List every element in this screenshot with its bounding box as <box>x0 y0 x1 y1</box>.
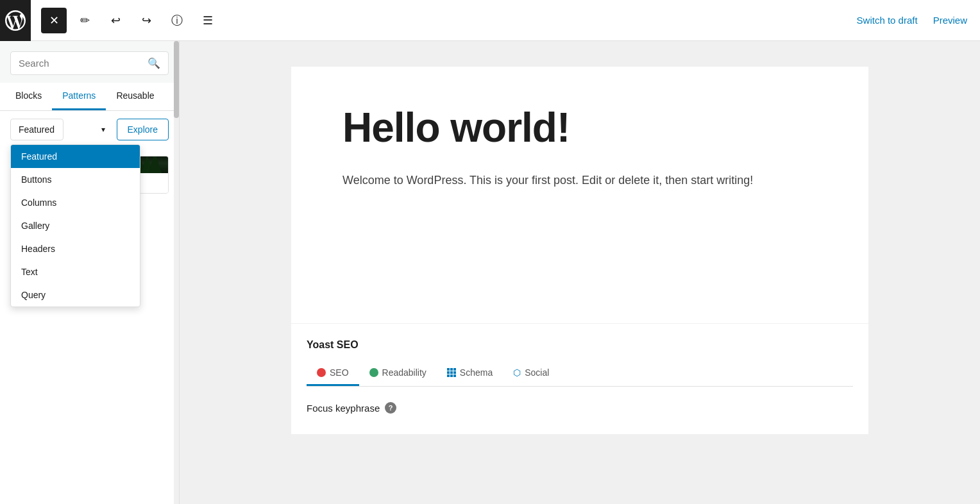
main-layout: 🔍 Blocks Patterns Reusable Featured Butt… <box>0 41 980 504</box>
dropdown-item-buttons[interactable]: Buttons <box>11 168 140 191</box>
yoast-tab-schema-label: Schema <box>460 367 493 378</box>
yoast-tab-schema[interactable]: Schema <box>437 361 503 386</box>
focus-keyphrase-label: Focus keyphrase <box>307 403 380 414</box>
editor-canvas[interactable]: Hello world! Welcome to WordPress. This … <box>291 67 868 323</box>
search-icon: 🔍 <box>148 57 160 69</box>
menu-button[interactable]: ☰ <box>195 8 221 33</box>
dropdown-item-columns[interactable]: Columns <box>11 191 140 214</box>
category-select-wrapper: Featured Buttons Columns Gallery Headers… <box>10 119 112 140</box>
dropdown-item-featured[interactable]: Featured <box>11 145 140 168</box>
yoast-tabs: SEO Readability <box>307 361 853 387</box>
schema-grid-icon <box>447 368 456 377</box>
yoast-tab-seo[interactable]: SEO <box>307 361 359 386</box>
readability-dot-icon <box>369 368 378 377</box>
dropdown-menu: Featured Buttons Columns Gallery Headers… <box>10 144 140 307</box>
preview-button[interactable]: Preview <box>931 10 970 31</box>
dropdown-item-text[interactable]: Text <box>11 260 140 283</box>
info-button[interactable]: ⓘ <box>164 8 190 33</box>
edit-icon: ✏ <box>80 13 90 28</box>
sidebar-scrollbar-thumb <box>174 41 179 118</box>
dropdown-item-query[interactable]: Query <box>11 283 140 307</box>
post-content[interactable]: Welcome to WordPress. This is your first… <box>342 171 817 190</box>
undo-button[interactable]: ↩ <box>103 8 128 33</box>
yoast-seo-area: Yoast SEO SEO Readability <box>291 324 868 434</box>
yoast-label: Yoast SEO <box>307 339 853 351</box>
close-icon: ✕ <box>49 13 59 28</box>
close-button[interactable]: ✕ <box>41 8 67 33</box>
social-share-icon: ⬡ <box>513 367 521 378</box>
wp-logo <box>0 0 31 41</box>
wordpress-logo-icon <box>5 10 26 31</box>
dropdown-item-headers[interactable]: Headers <box>11 237 140 260</box>
info-icon: ⓘ <box>171 13 183 28</box>
search-box: 🔍 <box>10 51 169 75</box>
yoast-tab-social[interactable]: ⬡ Social <box>503 361 559 386</box>
search-area: 🔍 <box>0 41 179 83</box>
sidebar: 🔍 Blocks Patterns Reusable Featured Butt… <box>0 41 180 504</box>
tab-patterns[interactable]: Patterns <box>52 83 106 110</box>
dropdown-item-gallery[interactable]: Gallery <box>11 214 140 237</box>
category-select[interactable]: Featured Buttons Columns Gallery Headers… <box>10 119 63 140</box>
explore-button[interactable]: Explore <box>117 119 169 140</box>
search-input[interactable] <box>19 58 142 69</box>
post-title[interactable]: Hello world! <box>342 105 817 150</box>
menu-icon: ☰ <box>203 13 213 28</box>
toolbar-right: Switch to draft Preview <box>854 10 970 31</box>
tabs: Blocks Patterns Reusable <box>0 83 179 111</box>
dropdown-row: Featured Buttons Columns Gallery Headers… <box>0 111 179 148</box>
sidebar-scrollbar[interactable] <box>174 41 179 504</box>
toolbar: ✕ ✏ ↩ ↪ ⓘ ☰ Switch to draft Preview <box>0 0 980 41</box>
toolbar-left: ✕ ✏ ↩ ↪ ⓘ ☰ <box>10 0 221 41</box>
undo-icon: ↩ <box>111 13 121 28</box>
edit-button[interactable]: ✏ <box>72 8 97 33</box>
seo-dot-icon <box>317 368 326 377</box>
content-area: Hello world! Welcome to WordPress. This … <box>180 41 980 504</box>
tab-reusable[interactable]: Reusable <box>106 83 164 110</box>
redo-button[interactable]: ↪ <box>133 8 159 33</box>
focus-keyphrase-row: Focus keyphrase ? <box>307 397 853 419</box>
help-icon[interactable]: ? <box>385 402 396 414</box>
yoast-tab-seo-label: SEO <box>330 367 349 378</box>
yoast-tab-readability[interactable]: Readability <box>359 361 437 386</box>
tab-blocks[interactable]: Blocks <box>5 83 52 110</box>
redo-icon: ↪ <box>142 13 151 28</box>
yoast-tab-readability-label: Readability <box>382 367 427 378</box>
switch-to-draft-button[interactable]: Switch to draft <box>854 10 920 31</box>
yoast-tab-social-label: Social <box>525 367 549 378</box>
